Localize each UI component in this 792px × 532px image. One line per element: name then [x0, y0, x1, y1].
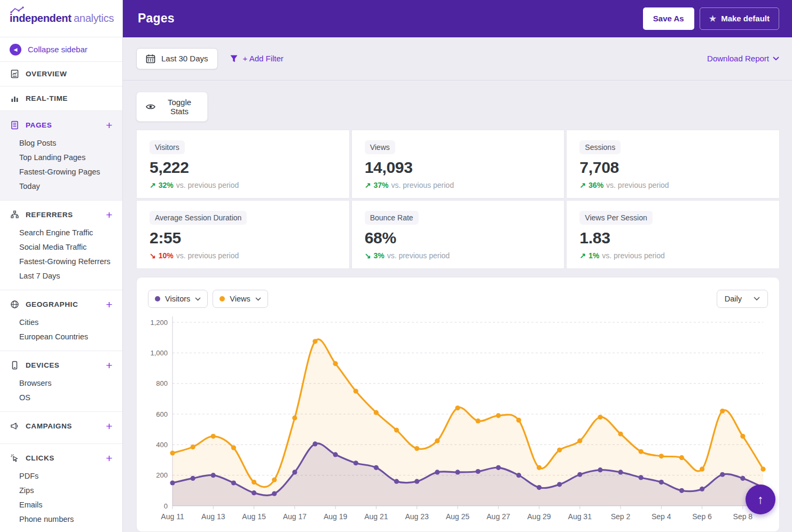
interval-select[interactable]: Daily [717, 290, 768, 308]
visitors-point[interactable] [639, 475, 644, 480]
views-point[interactable] [170, 451, 175, 456]
add-devices-report-button[interactable]: + [106, 360, 113, 371]
visitors-point[interactable] [679, 488, 684, 493]
views-point[interactable] [720, 409, 725, 414]
visitors-point[interactable] [394, 479, 399, 484]
add-referrers-report-button[interactable]: + [106, 209, 113, 220]
views-point[interactable] [659, 454, 664, 458]
views-point[interactable] [333, 361, 338, 366]
sidebar-item-social-media-traffic[interactable]: Social Media Traffic [0, 240, 122, 254]
views-point[interactable] [435, 439, 440, 443]
visitors-point[interactable] [577, 472, 582, 477]
visitors-point[interactable] [333, 452, 338, 457]
sidebar-item-browsers[interactable]: Browsers [0, 376, 122, 390]
sidebar-item-pages[interactable]: PAGES + [0, 114, 122, 136]
download-report-button[interactable]: Download Report [707, 54, 779, 63]
sidebar-item-os[interactable]: OS [0, 390, 122, 404]
views-point[interactable] [414, 446, 419, 451]
views-point[interactable] [475, 418, 480, 423]
views-point[interactable] [394, 428, 399, 433]
sidebar-item-search-engine-traffic[interactable]: Search Engine Traffic [0, 225, 122, 240]
collapse-sidebar-button[interactable]: ◀ Collapse sidebar [0, 37, 122, 62]
sidebar-item-top-landing-pages[interactable]: Top Landing Pages [0, 150, 122, 164]
visitors-point[interactable] [618, 470, 623, 474]
add-pages-report-button[interactable]: + [106, 120, 113, 131]
visitors-point[interactable] [598, 467, 602, 472]
views-point[interactable] [700, 467, 704, 472]
save-as-button[interactable]: Save As [643, 7, 694, 30]
visitors-point[interactable] [414, 479, 419, 484]
sidebar-item-fastest-growing-referrers[interactable]: Fastest-Growing Referrers [0, 254, 122, 268]
visitors-point[interactable] [557, 482, 562, 487]
visitors-point[interactable] [740, 476, 745, 481]
sidebar-item-european-countries[interactable]: European Countries [0, 329, 122, 344]
views-point[interactable] [455, 406, 460, 410]
sidebar-item-fastest-growing-pages[interactable]: Fastest-Growing Pages [0, 164, 122, 179]
toggle-stats-button[interactable]: Toggle Stats [136, 92, 208, 122]
visitors-point[interactable] [374, 465, 379, 470]
visitors-point[interactable] [211, 473, 216, 478]
sidebar-item-today[interactable]: Today [0, 179, 122, 193]
views-metric-dropdown[interactable]: Views [213, 290, 268, 308]
sidebar-item-cities[interactable]: Cities [0, 315, 122, 329]
views-point[interactable] [211, 434, 216, 439]
views-point[interactable] [598, 415, 602, 419]
visitors-point[interactable] [170, 480, 175, 485]
visitors-point[interactable] [231, 480, 236, 485]
add-filter-button[interactable]: + Add Filter [230, 54, 284, 63]
visitors-point[interactable] [292, 470, 297, 474]
views-point[interactable] [252, 480, 256, 485]
views-point[interactable] [231, 445, 236, 450]
visitors-point[interactable] [435, 470, 440, 474]
views-point[interactable] [618, 432, 623, 436]
sidebar-item-real-time[interactable]: REAL-TIME [0, 86, 122, 111]
views-point[interactable] [516, 418, 521, 423]
views-point[interactable] [679, 455, 684, 460]
sidebar-item-clicks[interactable]: CLICKS + [0, 447, 122, 469]
visitors-point[interactable] [516, 473, 521, 478]
scroll-to-top-button[interactable]: ↑ [746, 485, 775, 514]
visitors-point[interactable] [537, 485, 542, 490]
visitors-point[interactable] [354, 460, 358, 465]
views-point[interactable] [191, 444, 195, 449]
visitors-point[interactable] [496, 465, 501, 470]
views-point[interactable] [312, 339, 317, 344]
views-point[interactable] [354, 388, 358, 393]
visitors-point[interactable] [659, 480, 664, 485]
visitors-metric-dropdown[interactable]: Visitors [148, 290, 208, 308]
sidebar-item-devices[interactable]: DEVICES + [0, 354, 122, 376]
sidebar-item-geographic[interactable]: GEOGRAPHIC + [0, 293, 122, 315]
visitors-point[interactable] [475, 469, 480, 474]
visitors-point[interactable] [191, 476, 195, 481]
sidebar-item-overview[interactable]: OVERVIEW [0, 62, 122, 86]
visitors-point[interactable] [252, 490, 256, 495]
views-point[interactable] [292, 416, 297, 420]
add-campaigns-report-button[interactable]: + [106, 420, 113, 432]
sidebar-item-phone-numbers[interactable]: Phone numbers [0, 512, 122, 526]
views-point[interactable] [557, 448, 562, 452]
sidebar-item-last-7-days[interactable]: Last 7 Days [0, 268, 122, 283]
visitors-point[interactable] [720, 472, 725, 477]
sidebar-item-zips[interactable]: Zips [0, 483, 122, 497]
visitors-point[interactable] [700, 487, 704, 491]
views-point[interactable] [760, 467, 765, 472]
make-default-button[interactable]: ★ Make default [700, 7, 779, 30]
date-range-button[interactable]: Last 30 Days [136, 48, 218, 69]
sidebar-item-campaigns[interactable]: CAMPAIGNS + [0, 415, 122, 436]
views-point[interactable] [537, 465, 542, 470]
sidebar-item-blog-posts[interactable]: Blog Posts [0, 136, 122, 150]
views-point[interactable] [577, 439, 582, 443]
views-point[interactable] [374, 410, 379, 415]
add-geographic-report-button[interactable]: + [106, 299, 113, 310]
views-point[interactable] [496, 413, 501, 418]
views-point[interactable] [639, 449, 644, 454]
sidebar-item-pdfs[interactable]: PDFs [0, 469, 122, 483]
visitors-point[interactable] [455, 470, 460, 474]
add-clicks-report-button[interactable]: + [106, 452, 113, 464]
visitors-point[interactable] [272, 491, 277, 496]
sidebar-item-referrers[interactable]: REFERRERS + [0, 204, 122, 225]
sidebar-item-emails[interactable]: Emails [0, 497, 122, 512]
views-point[interactable] [272, 478, 277, 482]
visitors-point[interactable] [312, 441, 317, 446]
views-point[interactable] [740, 434, 745, 439]
